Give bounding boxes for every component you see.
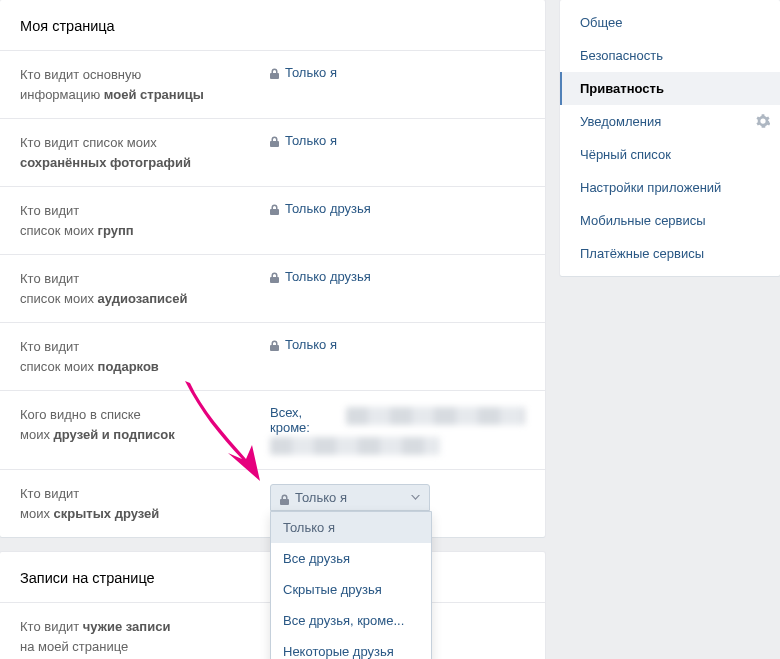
dropdown-option[interactable]: Все друзья, кроме... (271, 605, 431, 636)
setting-row: Кого видно в списке моих друзей и подпис… (0, 390, 545, 469)
sidebar-item-privacy[interactable]: Приватность (560, 72, 780, 105)
setting-row: Кто видит список моих аудиозаписей Тольк… (0, 254, 545, 322)
privacy-dropdown: Только я Все друзья Скрытые друзья Все д… (270, 511, 432, 659)
setting-row: Кто видит список моих групп Только друзь… (0, 186, 545, 254)
redacted-names (346, 407, 525, 425)
lock-icon (270, 201, 279, 215)
setting-value[interactable]: Только я (270, 65, 525, 104)
setting-value[interactable]: Только друзья (270, 269, 525, 308)
lock-icon (270, 269, 279, 283)
my-page-card: Моя страница Кто видит основную информац… (0, 0, 545, 537)
section-title: Моя страница (0, 0, 545, 50)
lock-icon (280, 491, 289, 505)
lock-icon (270, 337, 279, 351)
sidebar-item-payments[interactable]: Платёжные сервисы (560, 237, 780, 270)
privacy-select[interactable]: Только я Только я Все друзья Скрытые дру… (270, 484, 430, 511)
setting-row: Кто видит список моих сохранённых фотогр… (0, 118, 545, 186)
setting-value[interactable]: Только я (270, 133, 525, 172)
sidebar-item-blacklist[interactable]: Чёрный список (560, 138, 780, 171)
dropdown-option[interactable]: Все друзья (271, 543, 431, 574)
dropdown-option[interactable]: Некоторые друзья (271, 636, 431, 659)
setting-value[interactable]: Всех, кроме: (270, 405, 525, 455)
setting-value[interactable]: Только друзья (270, 201, 525, 240)
settings-sidebar: Общее Безопасность Приватность Уведомлен… (560, 0, 780, 276)
dropdown-option[interactable]: Скрытые друзья (271, 574, 431, 605)
lock-icon (270, 65, 279, 79)
sidebar-item-security[interactable]: Безопасность (560, 39, 780, 72)
chevron-down-icon (411, 495, 420, 501)
privacy-select-button[interactable]: Только я (270, 484, 430, 511)
gear-icon[interactable] (756, 114, 770, 128)
setting-row: Кто видит список моих подарков Только я (0, 322, 545, 390)
sidebar-item-app-settings[interactable]: Настройки приложений (560, 171, 780, 204)
sidebar-item-notifications[interactable]: Уведомления (560, 105, 780, 138)
setting-value[interactable]: Только я (270, 337, 525, 376)
redacted-names (270, 437, 440, 455)
setting-row-hidden-friends: Кто видит моих скрытых друзей Только я Т… (0, 469, 545, 537)
sidebar-item-mobile[interactable]: Мобильные сервисы (560, 204, 780, 237)
setting-row: Кто видит основную информацию моей стран… (0, 50, 545, 118)
dropdown-option[interactable]: Только я (271, 512, 431, 543)
sidebar-item-general[interactable]: Общее (560, 6, 780, 39)
lock-icon (270, 133, 279, 147)
